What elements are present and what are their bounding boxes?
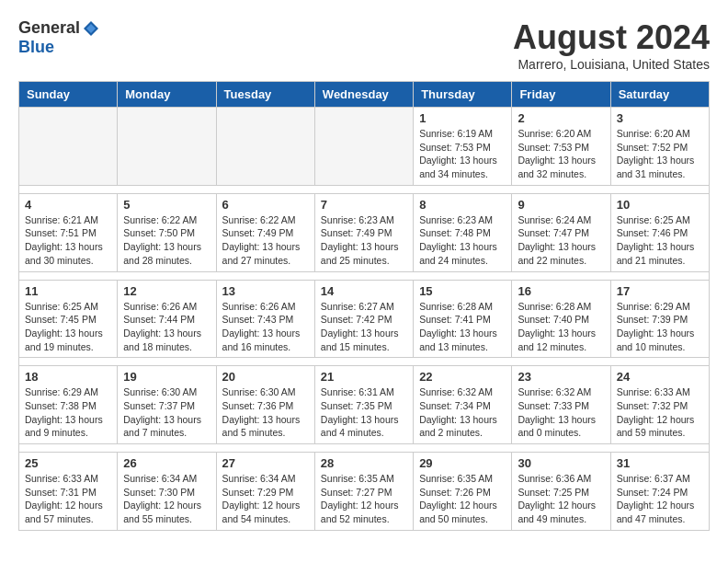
- day-info: Sunrise: 6:36 AMSunset: 7:25 PMDaylight:…: [518, 472, 604, 526]
- week-row-4: 18Sunrise: 6:29 AMSunset: 7:38 PMDayligh…: [19, 366, 710, 444]
- day-info: Sunrise: 6:34 AMSunset: 7:30 PMDaylight:…: [123, 472, 210, 526]
- calendar-cell: 28Sunrise: 6:35 AMSunset: 7:27 PMDayligh…: [314, 453, 413, 531]
- day-number: 10: [617, 198, 703, 212]
- week-row-5: 25Sunrise: 6:33 AMSunset: 7:31 PMDayligh…: [19, 453, 710, 531]
- day-number: 6: [222, 198, 309, 212]
- calendar-cell: 13Sunrise: 6:26 AMSunset: 7:43 PMDayligh…: [216, 280, 314, 358]
- day-number: 2: [518, 111, 604, 125]
- calendar-cell: 25Sunrise: 6:33 AMSunset: 7:31 PMDayligh…: [19, 453, 118, 531]
- day-info: Sunrise: 6:29 AMSunset: 7:39 PMDaylight:…: [617, 300, 703, 354]
- col-wednesday: Wednesday: [314, 82, 413, 108]
- day-number: 22: [419, 370, 506, 384]
- month-title: August 2024: [513, 18, 710, 57]
- day-number: 31: [617, 456, 703, 470]
- day-info: Sunrise: 6:20 AMSunset: 7:52 PMDaylight:…: [617, 127, 703, 181]
- page-header: General Blue August 2024 Marrero, Louisi…: [18, 18, 710, 72]
- day-number: 9: [518, 198, 604, 212]
- logo-icon: [82, 19, 100, 38]
- calendar-cell: 9Sunrise: 6:24 AMSunset: 7:47 PMDaylight…: [512, 193, 610, 271]
- day-info: Sunrise: 6:33 AMSunset: 7:32 PMDaylight:…: [617, 385, 703, 440]
- calendar-cell: 23Sunrise: 6:32 AMSunset: 7:33 PMDayligh…: [512, 366, 610, 444]
- day-info: Sunrise: 6:24 AMSunset: 7:47 PMDaylight:…: [518, 213, 604, 268]
- day-number: 21: [321, 370, 407, 384]
- separator-cell: [19, 444, 710, 453]
- location-text: Marrero, Louisiana, United States: [513, 57, 710, 72]
- week-row-1: 1Sunrise: 6:19 AMSunset: 7:53 PMDaylight…: [19, 108, 710, 186]
- day-number: 19: [123, 370, 210, 384]
- calendar-cell: 29Sunrise: 6:35 AMSunset: 7:26 PMDayligh…: [414, 453, 512, 531]
- calendar-cell: [216, 108, 314, 186]
- calendar-cell: 30Sunrise: 6:36 AMSunset: 7:25 PMDayligh…: [512, 453, 610, 531]
- day-number: 12: [123, 284, 210, 298]
- day-info: Sunrise: 6:21 AMSunset: 7:51 PMDaylight:…: [25, 213, 111, 268]
- calendar-cell: [314, 108, 413, 186]
- day-info: Sunrise: 6:25 AMSunset: 7:46 PMDaylight:…: [617, 213, 703, 268]
- calendar-cell: 15Sunrise: 6:28 AMSunset: 7:41 PMDayligh…: [414, 280, 512, 358]
- calendar-cell: 14Sunrise: 6:27 AMSunset: 7:42 PMDayligh…: [314, 280, 413, 358]
- day-info: Sunrise: 6:26 AMSunset: 7:44 PMDaylight:…: [123, 300, 210, 354]
- day-number: 25: [25, 456, 111, 470]
- day-number: 18: [25, 370, 111, 384]
- col-friday: Friday: [512, 82, 610, 108]
- day-info: Sunrise: 6:35 AMSunset: 7:27 PMDaylight:…: [321, 472, 407, 526]
- calendar-cell: 19Sunrise: 6:30 AMSunset: 7:37 PMDayligh…: [118, 366, 216, 444]
- col-thursday: Thursday: [414, 82, 512, 108]
- calendar-cell: 7Sunrise: 6:23 AMSunset: 7:49 PMDaylight…: [314, 193, 413, 271]
- calendar-cell: 10Sunrise: 6:25 AMSunset: 7:46 PMDayligh…: [610, 193, 709, 271]
- day-info: Sunrise: 6:32 AMSunset: 7:34 PMDaylight:…: [419, 385, 506, 440]
- day-info: Sunrise: 6:31 AMSunset: 7:35 PMDaylight:…: [321, 385, 407, 440]
- day-info: Sunrise: 6:28 AMSunset: 7:41 PMDaylight:…: [419, 300, 506, 354]
- day-info: Sunrise: 6:22 AMSunset: 7:50 PMDaylight:…: [123, 213, 210, 268]
- day-number: 8: [419, 198, 506, 212]
- day-info: Sunrise: 6:25 AMSunset: 7:45 PMDaylight:…: [25, 300, 111, 354]
- calendar-cell: 11Sunrise: 6:25 AMSunset: 7:45 PMDayligh…: [19, 280, 118, 358]
- calendar-header-row: Sunday Monday Tuesday Wednesday Thursday…: [19, 82, 710, 108]
- calendar-cell: 8Sunrise: 6:23 AMSunset: 7:48 PMDaylight…: [414, 193, 512, 271]
- day-number: 28: [321, 456, 407, 470]
- col-monday: Monday: [118, 82, 216, 108]
- week-row-2: 4Sunrise: 6:21 AMSunset: 7:51 PMDaylight…: [19, 193, 710, 271]
- logo-blue-text: Blue: [18, 38, 54, 56]
- calendar-cell: 3Sunrise: 6:20 AMSunset: 7:52 PMDaylight…: [610, 108, 709, 186]
- logo-general-text: General: [18, 18, 80, 38]
- calendar-cell: 5Sunrise: 6:22 AMSunset: 7:50 PMDaylight…: [118, 193, 216, 271]
- calendar-cell: 16Sunrise: 6:28 AMSunset: 7:40 PMDayligh…: [512, 280, 610, 358]
- day-number: 13: [222, 284, 309, 298]
- day-info: Sunrise: 6:22 AMSunset: 7:49 PMDaylight:…: [222, 213, 309, 268]
- day-info: Sunrise: 6:20 AMSunset: 7:53 PMDaylight:…: [518, 127, 604, 181]
- calendar-cell: 27Sunrise: 6:34 AMSunset: 7:29 PMDayligh…: [216, 453, 314, 531]
- day-number: 20: [222, 370, 309, 384]
- day-number: 11: [25, 284, 111, 298]
- day-number: 23: [518, 370, 604, 384]
- calendar-cell: 1Sunrise: 6:19 AMSunset: 7:53 PMDaylight…: [414, 108, 512, 186]
- day-number: 14: [321, 284, 407, 298]
- col-saturday: Saturday: [610, 82, 709, 108]
- day-info: Sunrise: 6:37 AMSunset: 7:24 PMDaylight:…: [617, 472, 703, 526]
- day-info: Sunrise: 6:33 AMSunset: 7:31 PMDaylight:…: [25, 472, 111, 526]
- calendar-cell: [118, 108, 216, 186]
- calendar-cell: [19, 108, 118, 186]
- calendar-cell: 20Sunrise: 6:30 AMSunset: 7:36 PMDayligh…: [216, 366, 314, 444]
- day-number: 24: [617, 370, 703, 384]
- day-number: 26: [123, 456, 210, 470]
- day-number: 4: [25, 198, 111, 212]
- week-separator: [19, 271, 710, 280]
- separator-cell: [19, 358, 710, 366]
- day-number: 15: [419, 284, 506, 298]
- week-row-3: 11Sunrise: 6:25 AMSunset: 7:45 PMDayligh…: [19, 280, 710, 358]
- day-number: 3: [617, 111, 703, 125]
- col-sunday: Sunday: [19, 82, 118, 108]
- calendar-cell: 4Sunrise: 6:21 AMSunset: 7:51 PMDaylight…: [19, 193, 118, 271]
- calendar-cell: 12Sunrise: 6:26 AMSunset: 7:44 PMDayligh…: [118, 280, 216, 358]
- calendar-cell: 17Sunrise: 6:29 AMSunset: 7:39 PMDayligh…: [610, 280, 709, 358]
- day-info: Sunrise: 6:34 AMSunset: 7:29 PMDaylight:…: [222, 472, 309, 526]
- calendar-cell: 21Sunrise: 6:31 AMSunset: 7:35 PMDayligh…: [314, 366, 413, 444]
- calendar-cell: 31Sunrise: 6:37 AMSunset: 7:24 PMDayligh…: [610, 453, 709, 531]
- calendar-cell: 18Sunrise: 6:29 AMSunset: 7:38 PMDayligh…: [19, 366, 118, 444]
- day-info: Sunrise: 6:26 AMSunset: 7:43 PMDaylight:…: [222, 300, 309, 354]
- day-number: 5: [123, 198, 210, 212]
- calendar-cell: 24Sunrise: 6:33 AMSunset: 7:32 PMDayligh…: [610, 366, 709, 444]
- day-info: Sunrise: 6:28 AMSunset: 7:40 PMDaylight:…: [518, 300, 604, 354]
- calendar-cell: 2Sunrise: 6:20 AMSunset: 7:53 PMDaylight…: [512, 108, 610, 186]
- week-separator: [19, 444, 710, 453]
